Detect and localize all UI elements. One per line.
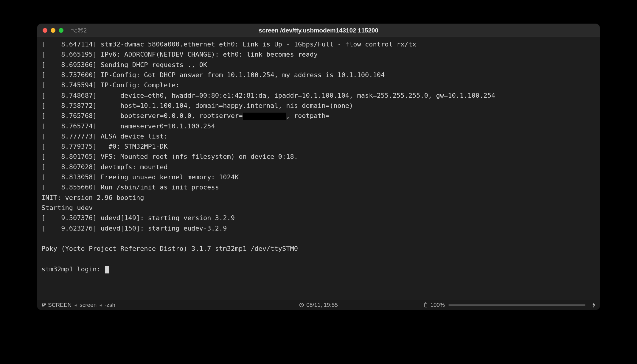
close-button[interactable] <box>43 28 47 33</box>
status-left: SCREEN ◂ screen ◂ -zsh <box>41 302 115 308</box>
terminal-line: INIT: version 2.96 booting <box>41 193 596 203</box>
terminal-line: Starting udev <box>41 203 596 213</box>
svg-point-2 <box>44 304 46 305</box>
status-datetime: 08/11, 19:55 <box>306 302 338 308</box>
separator: ◂ <box>73 303 78 307</box>
clock-icon <box>299 303 304 307</box>
terminal-line: [ 8.813058] Freeing unused kernel memory… <box>41 172 596 182</box>
terminal-output[interactable]: [ 8.647114] stm32-dwmac 5800a000.etherne… <box>37 37 600 300</box>
cursor <box>105 266 109 273</box>
terminal-line: [ 8.801765] VFS: Mounted root (nfs files… <box>41 152 596 162</box>
terminal-line: [ 8.665195] IPv6: ADDRCONF(NETDEV_CHANGE… <box>41 49 596 60</box>
terminal-line <box>41 254 596 264</box>
session-hint: ⌥⌘2 <box>71 27 87 34</box>
terminal-line: Poky (Yocto Project Reference Distro) 3.… <box>41 244 596 254</box>
status-process: SCREEN <box>48 302 72 308</box>
terminal-line: [ 8.748687] device=eth0, hwaddr=00:80:e1… <box>41 91 596 101</box>
login-prompt[interactable]: stm32mp1 login: <box>41 264 596 274</box>
bolt-icon <box>592 302 596 308</box>
terminal-line: [ 8.737600] IP-Config: Got DHCP answer f… <box>41 70 596 80</box>
terminal-line: [ 8.807028] devtmpfs: mounted <box>41 162 596 172</box>
progress-bar <box>448 304 585 306</box>
terminal-line: [ 8.777773] ALSA device list: <box>41 131 596 141</box>
status-battery: 100% <box>430 302 445 308</box>
separator: ◂ <box>98 303 103 307</box>
maximize-button[interactable] <box>59 28 63 33</box>
branch-icon <box>41 303 46 307</box>
terminal-line: [ 8.779375] #0: STM32MP1-DK <box>41 141 596 152</box>
battery-icon <box>424 302 428 308</box>
terminal-window: ⌥⌘2 screen /dev/tty.usbmodem143102 11520… <box>37 24 600 310</box>
terminal-line: [ 8.855660] Run /sbin/init as init proce… <box>41 182 596 192</box>
terminal-line: [ 8.647114] stm32-dwmac 5800a000.etherne… <box>41 39 596 49</box>
svg-point-0 <box>42 303 43 304</box>
terminal-line: [ 8.745594] IP-Config: Complete: <box>41 80 596 90</box>
terminal-line: [ 8.695366] Sending DHCP requests ., OK <box>41 60 596 70</box>
status-session: screen <box>80 302 97 308</box>
minimize-button[interactable] <box>51 28 55 33</box>
terminal-line <box>41 234 596 244</box>
window-titlebar: ⌥⌘2 screen /dev/tty.usbmodem143102 11520… <box>37 24 600 37</box>
status-shell: -zsh <box>105 302 115 308</box>
traffic-lights <box>43 28 63 33</box>
terminal-line: [ 8.765774] nameserver0=10.1.100.254 <box>41 121 596 131</box>
redacted-block <box>243 113 286 120</box>
status-right: 100% <box>424 302 596 308</box>
status-center: 08/11, 19:55 <box>299 302 338 308</box>
terminal-line: [ 8.765768] bootserver=0.0.0.0, rootserv… <box>41 111 596 121</box>
window-title: screen /dev/tty.usbmodem143102 115200 <box>259 27 378 34</box>
terminal-line: [ 9.507376] udevd[149]: starting version… <box>41 213 596 223</box>
terminal-line: [ 9.623276] udevd[150]: starting eudev-3… <box>41 223 596 234</box>
statusbar: SCREEN ◂ screen ◂ -zsh 08/11, 19:55 100% <box>37 300 600 310</box>
svg-rect-5 <box>425 303 426 303</box>
terminal-line: [ 8.758772] host=10.1.100.104, domain=ha… <box>41 101 596 111</box>
svg-rect-4 <box>425 303 427 307</box>
